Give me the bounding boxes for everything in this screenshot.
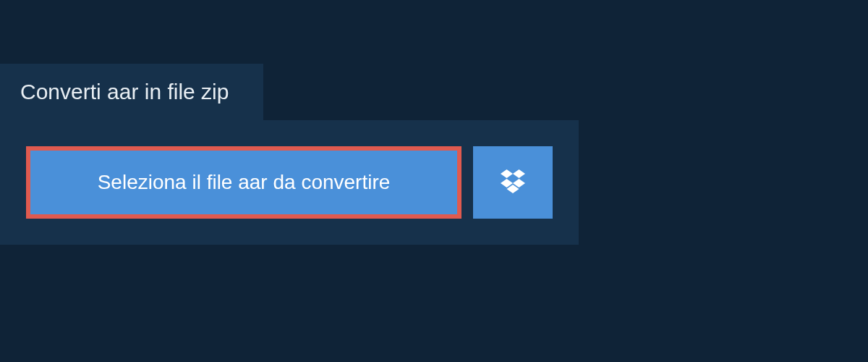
select-file-button[interactable]: Seleziona il file aar da convertire — [26, 146, 461, 219]
convert-panel: Seleziona il file aar da convertire — [0, 120, 579, 245]
tab-bar: Converti aar in file zip — [0, 0, 868, 120]
select-file-label: Seleziona il file aar da convertire — [98, 171, 391, 194]
tab-label: Converti aar in file zip — [20, 80, 229, 104]
tab-convert[interactable]: Converti aar in file zip — [0, 64, 263, 120]
dropbox-button[interactable] — [473, 146, 553, 219]
dropbox-icon — [498, 167, 527, 198]
